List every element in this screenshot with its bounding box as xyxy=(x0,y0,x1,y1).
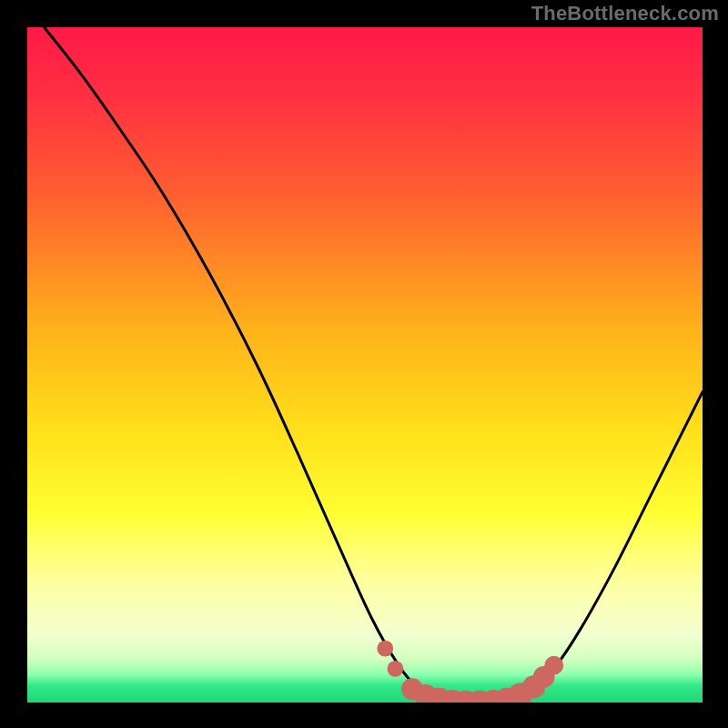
highlight-dot xyxy=(387,661,403,677)
highlight-dot xyxy=(544,656,563,675)
highlight-dot xyxy=(377,641,393,657)
chart-stage: TheBottleneck.com xyxy=(0,0,728,728)
bottleneck-chart xyxy=(0,0,728,728)
